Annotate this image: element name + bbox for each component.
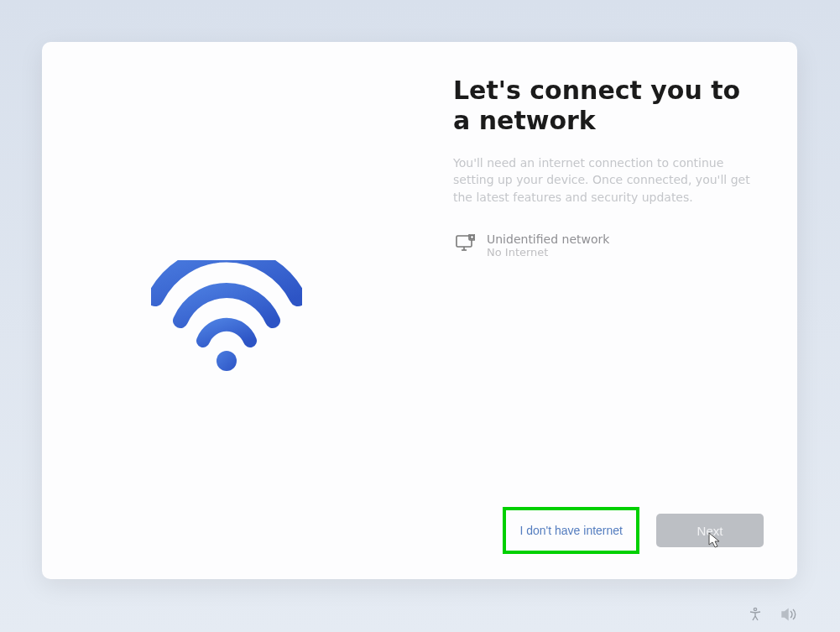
volume-icon[interactable] <box>781 608 798 621</box>
illustration-pane <box>42 42 420 579</box>
network-item-unidentified[interactable]: Unidentified network No Internet <box>453 229 764 262</box>
highlight-box: I don't have internet <box>503 507 639 554</box>
svg-point-0 <box>217 351 237 371</box>
network-item-text: Unidentified network No Internet <box>487 232 609 259</box>
oobe-network-card: Let's connect you to a network You'll ne… <box>42 42 797 579</box>
page-subtitle: You'll need an internet connection to co… <box>453 154 764 206</box>
footer-actions: I don't have internet Next <box>503 507 764 554</box>
wifi-icon <box>151 260 302 381</box>
system-tray <box>748 607 798 622</box>
page-title: Let's connect you to a network <box>453 76 764 136</box>
network-name: Unidentified network <box>487 232 609 246</box>
accessibility-icon[interactable] <box>748 607 763 622</box>
svg-point-6 <box>754 608 756 610</box>
no-internet-button[interactable]: I don't have internet <box>508 515 634 546</box>
ethernet-monitor-icon <box>455 234 475 256</box>
content-pane: Let's connect you to a network You'll ne… <box>420 42 797 579</box>
next-button[interactable]: Next <box>656 514 764 547</box>
network-status: No Internet <box>487 246 609 259</box>
